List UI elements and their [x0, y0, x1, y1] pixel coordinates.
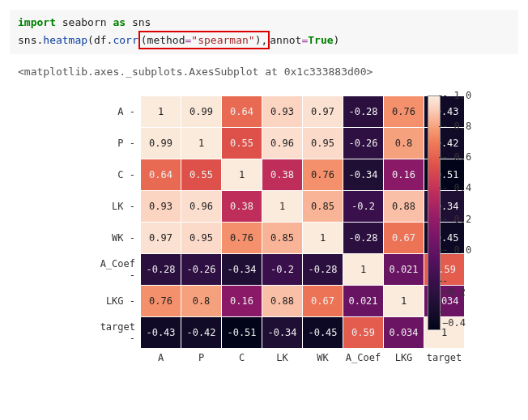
sns-prefix: sns. — [18, 34, 43, 46]
heatmap-cell: 0.85 — [303, 191, 343, 223]
heatmap-cell: 1 — [141, 96, 181, 128]
heatmap-cell: 0.38 — [262, 159, 303, 191]
heatmap-cell: 1 — [303, 223, 343, 254]
heatmap-cell: 0.96 — [262, 128, 303, 159]
heatmap-cell: 0.76 — [141, 286, 181, 317]
heatmap-cell: 0.64 — [141, 159, 181, 191]
heatmap-cell: -0.28 — [303, 254, 343, 286]
heatmap-cell: 0.76 — [222, 223, 262, 254]
heatmap-cell: 0.97 — [303, 96, 343, 128]
heatmap-cell: -0.28 — [343, 96, 384, 128]
heatmap-cell: -0.28 — [141, 254, 181, 286]
x-tick-label: LKG — [384, 349, 424, 367]
heatmap-cell: -0.51 — [222, 317, 262, 349]
heatmap-cell: 0.88 — [262, 286, 303, 317]
y-tick-label: C - — [91, 159, 141, 191]
colorbar-tick-label: - 0.4 — [442, 182, 471, 193]
heatmap-cell: -0.26 — [343, 128, 384, 159]
highlighted-method-arg: (method="spearman"), — [138, 31, 270, 50]
heatmap-cell: 0.88 — [384, 191, 424, 223]
y-tick-label: A_Coef - — [91, 254, 141, 286]
heatmap-cell: 0.64 — [222, 96, 262, 128]
heatmap-cell: 0.021 — [343, 286, 384, 317]
colorbar: - 1.0- 0.8- 0.6- 0.4- 0.2- 0.0- −0.2- −0… — [428, 95, 476, 338]
heatmap-chart: A -10.990.640.930.97-0.280.76-0.43P -0.9… — [42, 91, 479, 398]
x-tick-label: WK — [303, 349, 343, 367]
heatmap-cell: -0.42 — [181, 317, 222, 349]
heatmap-cell: 0.99 — [181, 96, 222, 128]
heatmap-cell: 0.85 — [262, 223, 303, 254]
x-tick-label: P — [181, 349, 222, 367]
output-repr: <matplotlib.axes._subplots.AxesSubplot a… — [10, 62, 518, 81]
x-tick-label: A — [141, 349, 181, 367]
heatmap-cell: 1 — [343, 254, 384, 286]
open-paren: (df. — [87, 34, 113, 46]
heatmap-cell: 0.55 — [181, 159, 222, 191]
heatmap-cell: 0.96 — [181, 191, 222, 223]
heatmap-cell: 0.99 — [141, 128, 181, 159]
colorbar-tick-label: - 0.6 — [442, 151, 471, 163]
colorbar-tick-label: - 0.2 — [442, 214, 471, 225]
heatmap-cell: -0.43 — [141, 317, 181, 349]
heatmap-cell: 0.76 — [303, 159, 343, 191]
colorbar-tick-label: - −0.4 — [442, 306, 476, 329]
colorbar-tick-label: - 0.8 — [442, 121, 471, 132]
module-seaborn: seaborn — [62, 16, 107, 28]
colorbar-tick-label: - 0.0 — [442, 244, 471, 256]
alias-sns: sns — [132, 16, 151, 28]
x-tick-label: A_Coef — [343, 349, 384, 367]
kw-as: as — [113, 16, 126, 28]
y-tick-label: P - — [91, 128, 141, 159]
heatmap-cell: 0.16 — [384, 159, 424, 191]
heatmap-cell: 0.67 — [303, 286, 343, 317]
heatmap-cell: 0.8 — [384, 128, 424, 159]
fn-heatmap: heatmap — [43, 34, 87, 46]
heatmap-cell: 0.95 — [181, 223, 222, 254]
heatmap-cell: 0.59 — [343, 317, 384, 349]
heatmap-cell: 1 — [181, 128, 222, 159]
heatmap-cell: 0.95 — [303, 128, 343, 159]
kw-true: True — [308, 34, 333, 46]
x-tick-label: C — [222, 349, 262, 367]
heatmap-cell: 0.16 — [222, 286, 262, 317]
heatmap-cell: -0.2 — [262, 254, 303, 286]
heatmap-cell: 0.38 — [222, 191, 262, 223]
y-tick-label: WK - — [91, 223, 141, 254]
heatmap-cell: 0.93 — [262, 96, 303, 128]
y-tick-label: LKG - — [91, 286, 141, 317]
heatmap-cell: 0.93 — [141, 191, 181, 223]
heatmap-cell: -0.28 — [343, 223, 384, 254]
fn-corr: corr — [113, 34, 138, 46]
heatmap-cell: 0.67 — [384, 223, 424, 254]
heatmap-cell: -0.45 — [303, 317, 343, 349]
heatmap-cell: 0.76 — [384, 96, 424, 128]
heatmap-cell: 0.97 — [141, 223, 181, 254]
code-cell: import seaborn as sns sns.heatmap(df.cor… — [10, 10, 518, 54]
heatmap-cell: -0.34 — [222, 254, 262, 286]
x-tick-label: target — [424, 349, 465, 367]
colorbar-tick-label: - 1.0 — [442, 90, 471, 101]
heatmap-cell: 0.034 — [384, 317, 424, 349]
heatmap-cell: -0.26 — [181, 254, 222, 286]
y-tick-label: A - — [91, 96, 141, 128]
x-tick-label: LK — [262, 349, 303, 367]
heatmap-cell: -0.2 — [343, 191, 384, 223]
heatmap-grid: A -10.990.640.930.97-0.280.76-0.43P -0.9… — [91, 95, 465, 367]
heatmap-cell: 1 — [222, 159, 262, 191]
kw-import: import — [18, 16, 56, 28]
heatmap-cell: 1 — [262, 191, 303, 223]
y-tick-label: target - — [91, 317, 141, 349]
heatmap-cell: 0.021 — [384, 254, 424, 286]
heatmap-cell: -0.34 — [262, 317, 303, 349]
colorbar-tick-label: - −0.2 — [442, 275, 476, 298]
heatmap-cell: 0.55 — [222, 128, 262, 159]
annot-kw: annot — [270, 34, 301, 46]
heatmap-cell: 0.8 — [181, 286, 222, 317]
heatmap-cell: -0.34 — [343, 159, 384, 191]
y-tick-label: LK - — [91, 191, 141, 223]
heatmap-cell: 1 — [384, 286, 424, 317]
